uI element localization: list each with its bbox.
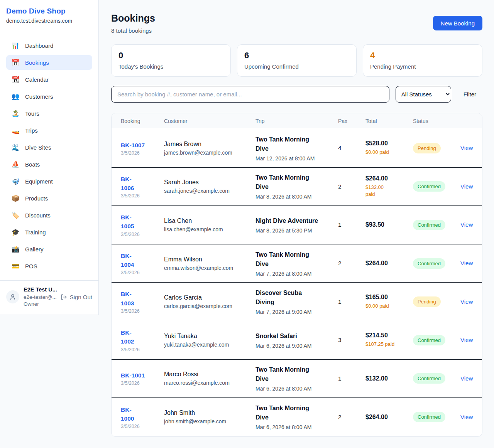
total-amount: $264.00 (365, 175, 413, 182)
sidebar-item-calendar[interactable]: 📆 Calendar (6, 72, 92, 87)
view-link[interactable]: View (460, 183, 473, 190)
status-cell: Confirmed (413, 335, 460, 345)
status-badge: Confirmed (413, 412, 445, 422)
sidebar-item-trips[interactable]: 🚤 Trips (6, 123, 92, 138)
total-cell: $214.50 $107.25 paid (365, 332, 413, 348)
trip-cell: Two Tank Morning Dive Mar 6, 2026 at 8:0… (255, 365, 338, 392)
table-row: BK- 1004 3/5/2026 Emma Wilson emma.wilso… (112, 244, 482, 283)
search-input[interactable] (111, 86, 389, 103)
main-content: Bookings 8 total bookings New Booking 0 … (99, 0, 494, 448)
brand-domain: demo.test.divestreams.com (6, 18, 92, 24)
sidebar-item-gallery[interactable]: 📸 Gallery (6, 242, 92, 256)
booking-number-link[interactable]: BK- 1003 (121, 290, 134, 308)
booking-number-link[interactable]: BK-1007 (121, 141, 145, 150)
sidebar-item-dive-sites[interactable]: 🌊 Dive Sites (6, 140, 92, 155)
table-row: BK- 1002 3/5/2026 Yuki Tanaka yuki.tanak… (112, 321, 482, 360)
stat-value: 4 (370, 51, 475, 61)
view-link[interactable]: View (460, 414, 473, 420)
user-icon (9, 293, 16, 300)
booking-number-link[interactable]: BK- 1006 (121, 175, 134, 193)
sign-out-label: Sign Out (70, 294, 92, 300)
brand-name: Demo Dive Shop (6, 7, 92, 15)
trip-cell: Night Dive Adventure Mar 8, 2026 at 5:30… (255, 216, 338, 234)
customer-cell: Carlos Garcia carlos.garcia@example.com (164, 294, 255, 309)
pax-cell: 2 (338, 414, 365, 421)
column-header-pax: Pax (338, 118, 365, 124)
bookings-table: Booking Customer Trip Pax Total Status B… (111, 113, 482, 437)
stat-label: Pending Payment (370, 63, 475, 70)
sidebar-item-discounts[interactable]: 🏷️ Discounts (6, 208, 92, 222)
sidebar-item-tours[interactable]: 🏝️ Tours (6, 106, 92, 121)
booking-number-link[interactable]: BK- 1004 (121, 251, 134, 269)
sidebar-item-label: Dive Sites (25, 144, 51, 151)
booking-date: 3/5/2026 (121, 270, 164, 275)
booking-number-link[interactable]: BK-1001 (121, 371, 145, 380)
sidebar-item-label: Calendar (25, 76, 49, 83)
booking-number-link[interactable]: BK- 1000 (121, 405, 134, 423)
view-link[interactable]: View (460, 145, 473, 151)
brand-header: Demo Dive Shop demo.test.divestreams.com (0, 0, 98, 30)
page-title: Bookings (111, 13, 155, 24)
total-cell: $165.00 $0.00 paid (365, 294, 413, 310)
trip-cell: Two Tank Morning Dive Mar 8, 2026 at 8:0… (255, 173, 338, 200)
new-booking-button[interactable]: New Booking (433, 16, 482, 30)
status-badge: Pending (413, 143, 441, 153)
sidebar-item-pos[interactable]: 💳 POS (6, 259, 92, 273)
pax-cell: 1 (338, 375, 365, 382)
stat-card: 4 Pending Payment (363, 44, 482, 77)
status-select[interactable]: All Statuses (396, 86, 451, 103)
customer-name: Sarah Jones (164, 179, 255, 186)
view-link[interactable]: View (460, 221, 473, 228)
sidebar-item-label: Products (25, 195, 48, 202)
customer-email: marco.rossi@example.com (164, 380, 255, 386)
customer-email: john.smith@example.com (164, 418, 255, 424)
sign-out-button[interactable]: Sign Out (61, 294, 92, 300)
column-header-total: Total (365, 118, 413, 124)
sidebar-item-label: Tours (25, 110, 39, 117)
booking-date: 3/5/2026 (121, 424, 164, 429)
sidebar-item-icon: 📅 (11, 59, 20, 67)
booking-number-link[interactable]: BK- 1002 (121, 328, 134, 346)
view-link[interactable]: View (460, 337, 473, 343)
customer-cell: Lisa Chen lisa.chen@example.com (164, 217, 255, 232)
customer-cell: Marco Rossi marco.rossi@example.com (164, 371, 255, 386)
sidebar-item-training[interactable]: 🎓 Training (6, 225, 92, 239)
view-link[interactable]: View (460, 260, 473, 266)
filter-button[interactable]: Filter (457, 91, 482, 98)
sidebar-item-equipment[interactable]: 🤿 Equipment (6, 174, 92, 189)
trip-name: Two Tank Morning Dive (255, 404, 338, 422)
booking-date: 3/5/2026 (121, 193, 164, 199)
sidebar-item-dashboard[interactable]: 📊 Dashboard (6, 38, 92, 53)
view-link[interactable]: View (460, 298, 473, 305)
actions-cell: View (460, 183, 476, 190)
total-amount: $264.00 (365, 260, 413, 267)
sidebar-item-products[interactable]: 📦 Products (6, 191, 92, 205)
actions-cell: View (460, 145, 476, 152)
total-cell: $528.00 $0.00 paid (365, 140, 413, 156)
view-link[interactable]: View (460, 375, 473, 382)
booking-cell: BK- 1002 3/5/2026 (121, 328, 164, 352)
booking-cell: BK- 1005 3/5/2026 (121, 213, 164, 237)
sidebar-item-customers[interactable]: 👥 Customers (6, 89, 92, 104)
status-cell: Pending (413, 296, 460, 307)
customer-email: carlos.garcia@example.com (164, 303, 255, 309)
stat-value: 6 (244, 51, 349, 61)
sidebar-item-bookings[interactable]: 📅 Bookings (6, 55, 92, 70)
booking-cell: BK- 1006 3/5/2026 (121, 175, 164, 199)
customer-cell: Emma Wilson emma.wilson@example.com (164, 256, 255, 271)
column-header-customer: Customer (164, 118, 255, 124)
user-email: e2e-tester@... (24, 294, 56, 301)
paid-amount: $107.25 paid (365, 341, 413, 348)
booking-number-link[interactable]: BK- 1005 (121, 213, 134, 231)
column-header-status: Status (413, 118, 460, 124)
sidebar-item-icon: 📊 (11, 42, 20, 50)
sidebar-item-icon: 📸 (11, 245, 20, 253)
customer-name: Yuki Tanaka (164, 333, 255, 340)
total-amount: $165.00 (365, 294, 413, 301)
trip-name: Discover Scuba Diving (255, 288, 338, 307)
stats-row: 0 Today's Bookings 6 Upcoming Confirmed … (111, 44, 482, 77)
sidebar-item-boats[interactable]: ⛵ Boats (6, 157, 92, 172)
table-row: BK- 1003 3/5/2026 Carlos Garcia carlos.g… (112, 283, 482, 321)
total-cell: $264.00 $132.00 paid (365, 175, 413, 199)
status-cell: Confirmed (413, 258, 460, 269)
